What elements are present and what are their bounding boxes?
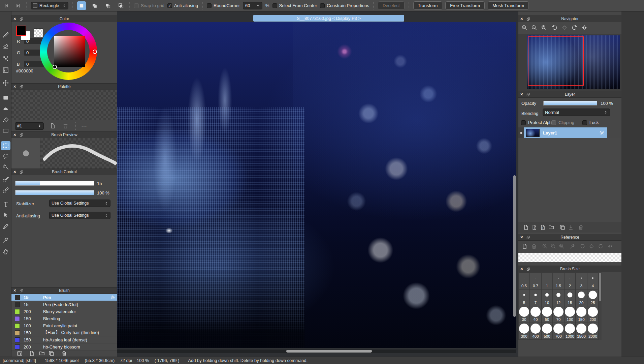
brush-size-cell[interactable]: 0.7 [530, 272, 541, 289]
duplicate-layer-icon[interactable] [558, 223, 566, 231]
brush-size-cell[interactable]: 300 [518, 323, 530, 340]
snap-to-grid-checkbox[interactable]: Snap to grid [134, 3, 164, 8]
flip-horizontal-icon[interactable] [580, 24, 588, 32]
close-panel-icon[interactable]: × [13, 131, 19, 138]
new-brush-icon[interactable] [28, 349, 36, 357]
add-1bit-layer-icon[interactable] [539, 223, 547, 231]
brush-list-item[interactable]: 150Bleeding [11, 315, 117, 322]
round-corner-checkbox[interactable]: RoundCorner [207, 3, 240, 8]
transparent-color-swatch[interactable] [34, 28, 43, 38]
layer-visibility-icon[interactable] [518, 127, 524, 138]
select-pen-tool[interactable] [1, 175, 10, 184]
brush-size-cell[interactable]: 40 [530, 306, 541, 323]
shape-brush-tool[interactable] [1, 93, 10, 102]
add-layer-icon[interactable] [522, 223, 530, 231]
pen-tool[interactable] [1, 222, 10, 231]
gradient-tool[interactable] [1, 126, 10, 135]
new-image-icon[interactable] [520, 242, 528, 250]
round-corner-value-select[interactable]: 60 [243, 2, 262, 9]
transform-button[interactable]: Transform [413, 1, 443, 10]
brush-settings-gear-icon[interactable] [110, 295, 115, 300]
zoom-in-icon[interactable] [520, 24, 528, 32]
brush-size-cell[interactable]: 100 [564, 306, 576, 323]
brush-folder-icon[interactable] [38, 349, 46, 357]
saturation-square[interactable] [54, 36, 85, 67]
popout-panel-icon[interactable] [20, 170, 23, 174]
canvas-tab[interactable]: S__80773160.jpg < Display P3 > [253, 15, 404, 22]
smudge-tool[interactable] [1, 104, 10, 113]
operation-tool[interactable] [1, 211, 10, 219]
select-rect-tool[interactable] [1, 141, 10, 150]
close-panel-icon[interactable]: × [520, 266, 526, 272]
brush-store-icon[interactable] [15, 349, 24, 357]
brush-size-cell[interactable]: 20 [576, 289, 587, 306]
brush-size-cell[interactable]: 70 [553, 306, 564, 323]
eyedropper-tool[interactable] [1, 236, 10, 244]
reference-image-area[interactable] [518, 253, 621, 262]
brush-size-cell[interactable]: 400 [530, 323, 541, 340]
add-folder-icon[interactable] [547, 223, 555, 231]
hue-picker-dot[interactable] [93, 50, 97, 54]
palette-swatch-area[interactable] [11, 90, 117, 120]
canvas-vertical-scrollbar[interactable] [513, 175, 516, 317]
layer-opacity-slider[interactable] [543, 101, 597, 105]
close-panel-icon[interactable]: × [13, 169, 19, 175]
blending-mode-select[interactable]: Normal [543, 109, 610, 116]
foreground-color-swatch[interactable] [16, 26, 26, 36]
close-panel-icon[interactable]: × [520, 234, 526, 241]
popout-panel-icon[interactable] [526, 93, 530, 96]
brush-list-item[interactable]: 200Blurry watercolor [11, 308, 117, 315]
history-forward-icon[interactable] [14, 2, 22, 10]
brush-size-cell[interactable]: 12 [553, 289, 564, 306]
eraser-tool[interactable] [1, 41, 10, 50]
layer-row[interactable]: Layer1 [524, 127, 607, 138]
close-panel-icon[interactable]: × [520, 91, 526, 98]
dot-tool[interactable] [1, 54, 10, 63]
add-palette-color-icon[interactable] [49, 122, 57, 130]
zoom-out-icon[interactable] [530, 24, 538, 32]
close-panel-icon[interactable]: × [520, 16, 526, 22]
constrain-proportions-checkbox[interactable]: Constrain Proportions [320, 3, 369, 8]
intersect-selection-icon[interactable] [117, 1, 125, 10]
brush-list-item[interactable]: 100Faint acrylic paint [11, 322, 117, 329]
bucket-tool[interactable] [1, 116, 10, 124]
protect-alpha-checkbox[interactable]: Protect Alpha [521, 120, 554, 125]
tone-tool[interactable] [1, 66, 10, 74]
add-selection-icon[interactable] [90, 1, 99, 10]
brush-list-item[interactable]: 15Pen [11, 294, 117, 301]
brush-size-cell[interactable]: 50 [541, 306, 553, 323]
brush-list-item[interactable]: 150hb-Azalea leaf (dense) [11, 336, 117, 343]
brush-size-cell[interactable]: 3 [576, 272, 587, 289]
rotate-ccw-icon[interactable] [551, 24, 559, 32]
lasso-tool[interactable] [1, 152, 10, 161]
brush-size-cell[interactable]: 5 [518, 289, 530, 306]
anti-aliasing-select[interactable]: Use Global Settings [49, 212, 110, 219]
anti-aliasing-checkbox[interactable]: ✓ Anti-aliasing [167, 3, 198, 8]
navigator-viewport-rect[interactable] [528, 36, 584, 86]
popout-panel-icon[interactable] [20, 133, 23, 137]
brush-size-cell[interactable]: 1.5 [553, 272, 564, 289]
popout-panel-icon[interactable] [20, 17, 23, 21]
duplicate-brush-icon[interactable] [47, 349, 55, 357]
brush-size-cell[interactable]: 2000 [587, 323, 599, 340]
canvas-horizontal-scrollbar[interactable] [286, 350, 372, 353]
deselect-button[interactable]: Deselect [378, 1, 405, 10]
brush-size-cell[interactable]: 1000 [564, 323, 576, 340]
layer-settings-gear-icon[interactable] [599, 130, 605, 135]
brush-list-item[interactable]: 15Pen (Fade In/Out) [11, 301, 117, 308]
add-8bit-layer-icon[interactable] [530, 223, 538, 231]
brush-list-item[interactable]: 150【Hair】 Curly hair (thin line) [11, 329, 117, 336]
text-tool[interactable] [1, 200, 10, 209]
move-tool[interactable] [1, 79, 10, 87]
popout-panel-icon[interactable] [526, 17, 530, 21]
brush-size-scrollbar[interactable] [599, 272, 602, 340]
stabilizer-select[interactable]: Use Global Settings [49, 200, 110, 207]
mesh-transform-button[interactable]: Mesh Transform [488, 1, 529, 10]
brush-size-cell[interactable]: 4 [587, 272, 599, 289]
selection-shape-select[interactable]: Rectangle [31, 2, 68, 9]
free-transform-button[interactable]: Free Transform [445, 1, 485, 10]
brush-size-cell[interactable]: 200 [587, 306, 599, 323]
popout-panel-icon[interactable] [526, 236, 530, 239]
magic-wand-tool[interactable] [1, 163, 10, 172]
new-selection-icon[interactable] [77, 1, 86, 10]
